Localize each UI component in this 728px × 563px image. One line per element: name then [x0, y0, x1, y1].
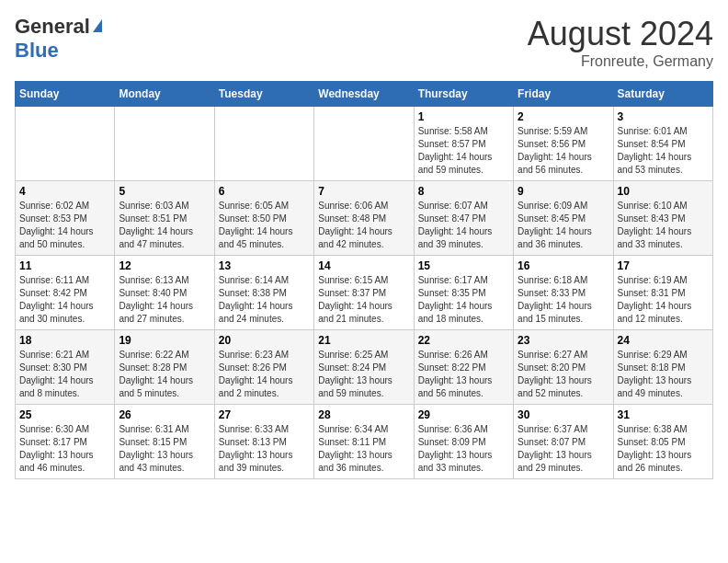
- day-number: 30: [518, 408, 609, 421]
- calendar-cell: 8Sunrise: 6:07 AMSunset: 8:47 PMDaylight…: [414, 181, 513, 256]
- calendar-cell: [314, 107, 414, 181]
- day-info: Sunrise: 6:13 AMSunset: 8:40 PMDaylight:…: [119, 274, 210, 326]
- day-number: 25: [19, 408, 110, 421]
- day-number: 8: [418, 185, 509, 198]
- day-info: Sunrise: 6:27 AMSunset: 8:20 PMDaylight:…: [518, 349, 609, 400]
- calendar-table: SundayMondayTuesdayWednesdayThursdayFrid…: [15, 81, 713, 479]
- calendar-cell: 22Sunrise: 6:26 AMSunset: 8:22 PMDayligh…: [414, 330, 513, 405]
- day-number: 5: [119, 185, 210, 198]
- day-info: Sunrise: 6:07 AMSunset: 8:47 PMDaylight:…: [418, 200, 509, 251]
- day-number: 14: [318, 259, 409, 272]
- calendar-cell: 26Sunrise: 6:31 AMSunset: 8:15 PMDayligh…: [115, 405, 214, 479]
- logo-blue: Blue: [15, 39, 59, 63]
- location: Fronreute, Germany: [528, 53, 713, 70]
- page-header: General Blue August 2024 Fronreute, Germ…: [15, 15, 713, 70]
- calendar-cell: 21Sunrise: 6:25 AMSunset: 8:24 PMDayligh…: [314, 330, 414, 405]
- day-info: Sunrise: 6:17 AMSunset: 8:35 PMDaylight:…: [418, 274, 509, 326]
- calendar-week-row: 18Sunrise: 6:21 AMSunset: 8:30 PMDayligh…: [16, 330, 713, 405]
- day-of-week-header: Tuesday: [214, 82, 313, 107]
- calendar-cell: 30Sunrise: 6:37 AMSunset: 8:07 PMDayligh…: [514, 405, 613, 479]
- day-of-week-header: Saturday: [613, 82, 712, 107]
- day-number: 6: [219, 185, 310, 198]
- day-info: Sunrise: 6:06 AMSunset: 8:48 PMDaylight:…: [318, 200, 409, 251]
- day-info: Sunrise: 6:18 AMSunset: 8:33 PMDaylight:…: [518, 274, 609, 326]
- calendar-cell: 27Sunrise: 6:33 AMSunset: 8:13 PMDayligh…: [214, 405, 313, 479]
- day-info: Sunrise: 6:25 AMSunset: 8:24 PMDaylight:…: [318, 349, 409, 400]
- day-info: Sunrise: 6:31 AMSunset: 8:15 PMDaylight:…: [119, 423, 210, 475]
- day-number: 24: [618, 334, 709, 347]
- day-info: Sunrise: 5:59 AMSunset: 8:56 PMDaylight:…: [518, 125, 609, 177]
- day-info: Sunrise: 6:37 AMSunset: 8:07 PMDaylight:…: [518, 423, 609, 475]
- day-info: Sunrise: 6:05 AMSunset: 8:50 PMDaylight:…: [219, 200, 310, 251]
- day-number: 7: [318, 185, 409, 198]
- calendar-cell: 4Sunrise: 6:02 AMSunset: 8:53 PMDaylight…: [16, 181, 115, 256]
- day-info: Sunrise: 6:21 AMSunset: 8:30 PMDaylight:…: [19, 349, 110, 400]
- logo-general: General: [15, 15, 90, 39]
- day-number: 19: [119, 334, 210, 347]
- calendar-week-row: 11Sunrise: 6:11 AMSunset: 8:42 PMDayligh…: [16, 256, 713, 330]
- day-number: 2: [518, 110, 609, 123]
- calendar-cell: 16Sunrise: 6:18 AMSunset: 8:33 PMDayligh…: [514, 256, 613, 330]
- calendar-week-row: 25Sunrise: 6:30 AMSunset: 8:17 PMDayligh…: [16, 405, 713, 479]
- day-number: 20: [219, 334, 310, 347]
- calendar-cell: 11Sunrise: 6:11 AMSunset: 8:42 PMDayligh…: [16, 256, 115, 330]
- calendar-cell: 23Sunrise: 6:27 AMSunset: 8:20 PMDayligh…: [514, 330, 613, 405]
- day-info: Sunrise: 6:15 AMSunset: 8:37 PMDaylight:…: [318, 274, 409, 326]
- days-of-week-row: SundayMondayTuesdayWednesdayThursdayFrid…: [16, 82, 713, 107]
- calendar-cell: 15Sunrise: 6:17 AMSunset: 8:35 PMDayligh…: [414, 256, 513, 330]
- calendar-week-row: 1Sunrise: 5:58 AMSunset: 8:57 PMDaylight…: [16, 107, 713, 181]
- day-number: 13: [219, 259, 310, 272]
- day-info: Sunrise: 6:09 AMSunset: 8:45 PMDaylight:…: [518, 200, 609, 251]
- day-info: Sunrise: 6:29 AMSunset: 8:18 PMDaylight:…: [618, 349, 709, 400]
- calendar-cell: 2Sunrise: 5:59 AMSunset: 8:56 PMDaylight…: [514, 107, 613, 181]
- calendar-cell: 5Sunrise: 6:03 AMSunset: 8:51 PMDaylight…: [115, 181, 214, 256]
- day-number: 31: [618, 408, 709, 421]
- calendar-cell: 3Sunrise: 6:01 AMSunset: 8:54 PMDaylight…: [613, 107, 712, 181]
- day-info: Sunrise: 6:33 AMSunset: 8:13 PMDaylight:…: [219, 423, 310, 475]
- day-info: Sunrise: 6:22 AMSunset: 8:28 PMDaylight:…: [119, 349, 210, 400]
- title-section: August 2024 Fronreute, Germany: [528, 15, 713, 70]
- day-of-week-header: Wednesday: [314, 82, 414, 107]
- calendar-cell: 20Sunrise: 6:23 AMSunset: 8:26 PMDayligh…: [214, 330, 313, 405]
- calendar-cell: [115, 107, 214, 181]
- day-number: 3: [618, 110, 709, 123]
- month-year: August 2024: [528, 15, 713, 53]
- day-info: Sunrise: 6:38 AMSunset: 8:05 PMDaylight:…: [618, 423, 709, 475]
- day-of-week-header: Monday: [115, 82, 214, 107]
- calendar-cell: 31Sunrise: 6:38 AMSunset: 8:05 PMDayligh…: [613, 405, 712, 479]
- day-number: 11: [19, 259, 110, 272]
- day-number: 22: [418, 334, 509, 347]
- calendar-cell: 13Sunrise: 6:14 AMSunset: 8:38 PMDayligh…: [214, 256, 313, 330]
- calendar-cell: 28Sunrise: 6:34 AMSunset: 8:11 PMDayligh…: [314, 405, 414, 479]
- calendar-cell: 9Sunrise: 6:09 AMSunset: 8:45 PMDaylight…: [514, 181, 613, 256]
- calendar-cell: [214, 107, 313, 181]
- day-info: Sunrise: 6:03 AMSunset: 8:51 PMDaylight:…: [119, 200, 210, 251]
- calendar-cell: [16, 107, 115, 181]
- day-number: 21: [318, 334, 409, 347]
- day-info: Sunrise: 6:02 AMSunset: 8:53 PMDaylight:…: [19, 200, 110, 251]
- day-number: 4: [19, 185, 110, 198]
- calendar-cell: 6Sunrise: 6:05 AMSunset: 8:50 PMDaylight…: [214, 181, 313, 256]
- day-info: Sunrise: 6:19 AMSunset: 8:31 PMDaylight:…: [618, 274, 709, 326]
- day-info: Sunrise: 6:01 AMSunset: 8:54 PMDaylight:…: [618, 125, 709, 177]
- day-info: Sunrise: 5:58 AMSunset: 8:57 PMDaylight:…: [418, 125, 509, 177]
- calendar-cell: 12Sunrise: 6:13 AMSunset: 8:40 PMDayligh…: [115, 256, 214, 330]
- day-info: Sunrise: 6:23 AMSunset: 8:26 PMDaylight:…: [219, 349, 310, 400]
- day-number: 23: [518, 334, 609, 347]
- day-number: 29: [418, 408, 509, 421]
- day-number: 15: [418, 259, 509, 272]
- day-number: 17: [618, 259, 709, 272]
- calendar-cell: 18Sunrise: 6:21 AMSunset: 8:30 PMDayligh…: [16, 330, 115, 405]
- calendar-cell: 14Sunrise: 6:15 AMSunset: 8:37 PMDayligh…: [314, 256, 414, 330]
- day-info: Sunrise: 6:30 AMSunset: 8:17 PMDaylight:…: [19, 423, 110, 475]
- day-info: Sunrise: 6:10 AMSunset: 8:43 PMDaylight:…: [618, 200, 709, 251]
- calendar-cell: 17Sunrise: 6:19 AMSunset: 8:31 PMDayligh…: [613, 256, 712, 330]
- day-info: Sunrise: 6:26 AMSunset: 8:22 PMDaylight:…: [418, 349, 509, 400]
- calendar-cell: 10Sunrise: 6:10 AMSunset: 8:43 PMDayligh…: [613, 181, 712, 256]
- day-number: 28: [318, 408, 409, 421]
- day-of-week-header: Sunday: [16, 82, 115, 107]
- day-number: 18: [19, 334, 110, 347]
- day-info: Sunrise: 6:11 AMSunset: 8:42 PMDaylight:…: [19, 274, 110, 326]
- calendar-cell: 7Sunrise: 6:06 AMSunset: 8:48 PMDaylight…: [314, 181, 414, 256]
- calendar-header: SundayMondayTuesdayWednesdayThursdayFrid…: [16, 82, 713, 107]
